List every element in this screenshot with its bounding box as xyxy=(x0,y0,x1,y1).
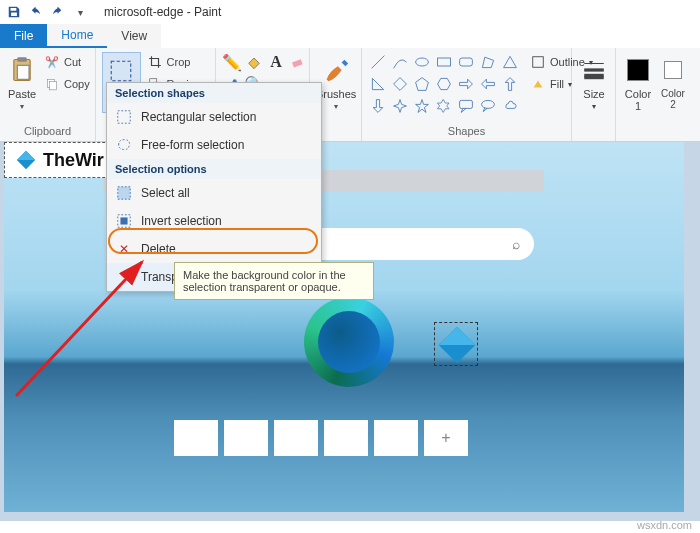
tile xyxy=(324,420,368,456)
size-icon xyxy=(578,54,610,86)
menu-invert-selection[interactable]: Invert selection xyxy=(107,207,321,235)
tab-file[interactable]: File xyxy=(0,24,47,48)
menu-rectangular-selection[interactable]: Rectangular selection xyxy=(107,103,321,131)
color1-button[interactable]: Color 1 xyxy=(622,52,654,112)
callout-oval-shape-icon[interactable] xyxy=(478,96,498,116)
size-button[interactable]: Size ▾ xyxy=(578,52,610,111)
pencil-tool-icon[interactable]: ✏️ xyxy=(222,52,242,72)
shapes-gallery[interactable] xyxy=(368,52,520,116)
tile xyxy=(374,420,418,456)
color1-swatch-icon xyxy=(622,54,654,86)
oval-shape-icon[interactable] xyxy=(412,52,432,72)
title-bar: ▾ microsoft-edge - Paint xyxy=(0,0,700,24)
color2-swatch-icon xyxy=(657,54,689,86)
svg-rect-11 xyxy=(438,58,451,66)
group-shapes: Outline ▾ Fill ▾ Shapes xyxy=(362,48,572,141)
callout-shape-icon[interactable] xyxy=(456,96,476,116)
line-shape-icon[interactable] xyxy=(368,52,388,72)
selection-rectangle[interactable] xyxy=(434,322,478,366)
text-tool-icon[interactable]: A xyxy=(266,52,286,72)
search-icon: ⌕ xyxy=(512,236,520,252)
freeform-select-icon xyxy=(115,136,133,154)
svg-point-14 xyxy=(482,100,495,108)
outline-icon xyxy=(530,54,546,70)
svg-rect-12 xyxy=(460,58,473,66)
quick-access-toolbar: ▾ xyxy=(4,2,90,22)
svg-rect-1 xyxy=(17,57,26,62)
svg-rect-5 xyxy=(112,61,132,81)
invert-icon xyxy=(115,212,133,230)
svg-rect-4 xyxy=(50,82,57,90)
rectangle-shape-icon[interactable] xyxy=(434,52,454,72)
color2-button[interactable]: Color 2 xyxy=(658,52,688,110)
brushes-button[interactable]: Brushes ▾ xyxy=(316,52,356,111)
menu-free-form-selection[interactable]: Free-form selection xyxy=(107,131,321,159)
cut-icon: ✂️ xyxy=(44,54,60,70)
right-triangle-shape-icon[interactable] xyxy=(368,74,388,94)
arrow-up-shape-icon[interactable] xyxy=(500,74,520,94)
save-icon[interactable] xyxy=(4,2,24,22)
ribbon: Paste ▾ ✂️Cut Copy Clipboard Select ▾ Cr… xyxy=(0,48,700,142)
crop-button[interactable]: Crop xyxy=(145,52,209,72)
paste-icon xyxy=(6,54,38,86)
redo-icon[interactable] xyxy=(48,2,68,22)
chevron-down-icon: ▾ xyxy=(20,102,24,111)
polygon-shape-icon[interactable] xyxy=(478,52,498,72)
copy-icon xyxy=(44,76,60,92)
curve-shape-icon[interactable] xyxy=(390,52,410,72)
tile xyxy=(274,420,318,456)
svg-rect-15 xyxy=(533,57,544,68)
svg-line-20 xyxy=(16,262,142,396)
undo-icon[interactable] xyxy=(26,2,46,22)
menu-section-header: Selection shapes xyxy=(107,83,321,103)
triangle-shape-icon[interactable] xyxy=(500,52,520,72)
fill-icon xyxy=(530,76,546,92)
ribbon-tabs: File Home View xyxy=(0,24,700,48)
pentagon-shape-icon[interactable] xyxy=(412,74,432,94)
group-clipboard: Paste ▾ ✂️Cut Copy Clipboard xyxy=(0,48,96,141)
eraser-tool-icon[interactable] xyxy=(288,52,308,72)
group-label: Clipboard xyxy=(6,125,89,139)
cut-button[interactable]: ✂️Cut xyxy=(42,52,92,72)
menu-select-all[interactable]: Select all xyxy=(107,179,321,207)
hexagon-shape-icon[interactable] xyxy=(434,74,454,94)
svg-rect-17 xyxy=(118,187,130,199)
arrow-right-shape-icon[interactable] xyxy=(456,74,476,94)
group-colors: Color 1 Color 2 xyxy=(616,48,686,141)
paste-button[interactable]: Paste ▾ xyxy=(6,52,38,111)
source-watermark: wsxdn.com xyxy=(637,519,692,531)
brush-icon xyxy=(320,54,352,86)
tooltip: Make the background color in the selecti… xyxy=(174,262,374,300)
svg-rect-8 xyxy=(292,59,303,67)
rounded-rect-shape-icon[interactable] xyxy=(456,52,476,72)
menu-section-header: Selection options xyxy=(107,159,321,179)
svg-rect-2 xyxy=(17,65,29,79)
svg-point-10 xyxy=(416,58,429,66)
tab-view[interactable]: View xyxy=(107,24,161,48)
callout-cloud-shape-icon[interactable] xyxy=(500,96,520,116)
annotation-arrow-icon xyxy=(6,256,166,406)
star4-shape-icon[interactable] xyxy=(390,96,410,116)
edge-logo-icon xyxy=(304,297,394,387)
diamond-shape-icon[interactable] xyxy=(390,74,410,94)
rect-select-icon xyxy=(115,108,133,126)
group-size: Size ▾ xyxy=(572,48,616,141)
copy-button[interactable]: Copy xyxy=(42,74,92,94)
fill-tool-icon[interactable] xyxy=(244,52,264,72)
svg-rect-19 xyxy=(120,217,127,224)
selection-pasted: TheWir xyxy=(4,142,115,178)
select-all-icon xyxy=(115,184,133,202)
canvas-tiles: + xyxy=(174,420,468,456)
star5-shape-icon[interactable] xyxy=(412,96,432,116)
svg-rect-13 xyxy=(460,100,473,108)
arrow-down-shape-icon[interactable] xyxy=(368,96,388,116)
add-tile: + xyxy=(424,420,468,456)
crop-icon xyxy=(147,54,163,70)
tile xyxy=(174,420,218,456)
tab-home[interactable]: Home xyxy=(47,24,107,48)
arrow-left-shape-icon[interactable] xyxy=(478,74,498,94)
paste-label: Paste xyxy=(8,88,36,100)
window-title: microsoft-edge - Paint xyxy=(104,5,221,19)
qat-customize-icon[interactable]: ▾ xyxy=(70,2,90,22)
star6-shape-icon[interactable] xyxy=(434,96,454,116)
